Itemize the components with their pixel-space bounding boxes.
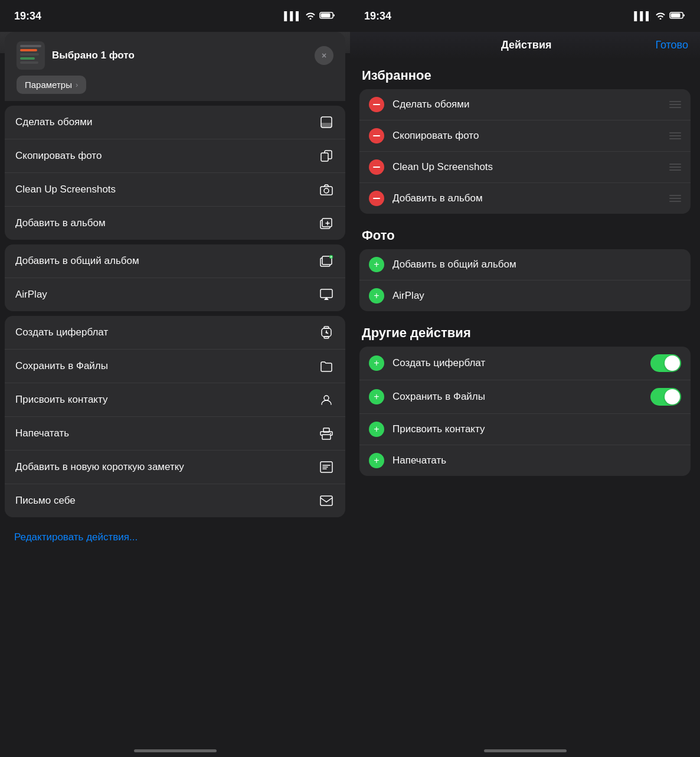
header-left: Выбрано 1 фото	[17, 41, 135, 70]
close-icon: ×	[322, 51, 326, 60]
svg-rect-16	[324, 337, 329, 338]
right-item-left: Clean Up Screenshots	[369, 159, 493, 175]
right-item-wallpaper[interactable]: Сделать обоями	[359, 89, 691, 120]
toggle-knob	[665, 355, 680, 371]
minus-button[interactable]	[369, 97, 384, 112]
svg-rect-13	[320, 289, 332, 298]
minus-button[interactable]	[369, 191, 384, 206]
action-item-copy-photo[interactable]: Скопировать фото	[5, 139, 345, 173]
plus-button[interactable]: +	[369, 422, 384, 437]
svg-rect-9	[322, 218, 332, 227]
svg-rect-25	[671, 13, 681, 17]
plus-button[interactable]: +	[369, 355, 384, 371]
airplay-icon	[318, 286, 335, 303]
action-list: Сделать обоями Скопировать фото	[5, 106, 345, 517]
edit-actions-link[interactable]: Редактировать действия...	[0, 522, 350, 553]
drag-handle[interactable]	[669, 132, 681, 139]
item-label: Сохранить в Файлы	[392, 391, 485, 403]
plus-button[interactable]: +	[369, 257, 384, 272]
right-item-copy-photo[interactable]: Скопировать фото	[359, 120, 691, 152]
action-label: Сохранить в Файлы	[15, 360, 108, 372]
drag-handle[interactable]	[669, 101, 681, 108]
svg-point-7	[324, 188, 329, 193]
svg-rect-6	[320, 187, 332, 195]
action-item-airplay[interactable]: AirPlay	[5, 278, 345, 311]
print-icon	[318, 425, 335, 442]
svg-rect-23	[320, 496, 332, 505]
action-group-2: Добавить в общий альбом AirPlay	[5, 244, 345, 311]
action-item-watchface[interactable]: Создать циферблат	[5, 316, 345, 350]
minus-button[interactable]	[369, 159, 384, 175]
action-item-save-files[interactable]: Сохранить в Файлы	[5, 350, 345, 383]
toggle-watchface[interactable]	[650, 354, 681, 372]
item-label: Clean Up Screenshots	[392, 161, 493, 173]
plus-button[interactable]: +	[369, 288, 384, 304]
svg-rect-3	[321, 123, 332, 128]
drag-handle[interactable]	[669, 195, 681, 202]
header-top: Выбрано 1 фото ×	[17, 41, 333, 70]
right-item-save-files[interactable]: + Сохранить в Файлы	[359, 380, 691, 414]
svg-point-21	[330, 433, 331, 434]
home-indicator	[134, 749, 217, 752]
action-item-note[interactable]: Добавить в новую короткую заметку	[5, 451, 345, 484]
done-button[interactable]: Готово	[655, 39, 688, 51]
params-button[interactable]: Параметры ›	[17, 76, 86, 94]
action-item-add-album[interactable]: Добавить в альбом	[5, 207, 345, 240]
battery-icon	[319, 11, 336, 21]
right-item-left: Сделать обоями	[369, 97, 470, 112]
plus-button[interactable]: +	[369, 453, 384, 468]
minus-icon	[373, 135, 380, 136]
right-item-print[interactable]: + Напечатать	[359, 445, 691, 476]
svg-rect-5	[321, 153, 328, 161]
action-item-print[interactable]: Напечатать	[5, 417, 345, 451]
other-group: + Создать циферблат + Сохранить в Файлы	[359, 347, 691, 476]
files-icon	[318, 358, 335, 374]
right-status-icons: ▌▌▌	[634, 11, 686, 21]
right-item-airplay[interactable]: + AirPlay	[359, 280, 691, 311]
right-item-add-album[interactable]: Добавить в альбом	[359, 183, 691, 214]
action-item-wallpaper[interactable]: Сделать обоями	[5, 106, 345, 139]
action-label: Письмо себе	[15, 495, 76, 507]
right-item-cleanup[interactable]: Clean Up Screenshots	[359, 152, 691, 183]
right-item-left: + Напечатать	[369, 453, 446, 468]
wifi-icon	[655, 11, 666, 21]
right-item-left: + AirPlay	[369, 288, 424, 304]
right-item-left: Скопировать фото	[369, 128, 479, 143]
note-icon	[318, 459, 335, 475]
action-label: Скопировать фото	[15, 150, 102, 162]
action-group-1: Сделать обоями Скопировать фото	[5, 106, 345, 240]
action-label: Создать циферблат	[15, 327, 108, 338]
wallpaper-icon	[318, 114, 335, 130]
left-status-icons: ▌▌▌	[284, 11, 336, 21]
close-button[interactable]: ×	[315, 46, 333, 65]
section-title-photos: Фото	[359, 221, 691, 249]
action-item-contact[interactable]: Присвоить контакту	[5, 383, 345, 417]
action-label: Напечатать	[15, 428, 69, 439]
signal-icon: ▌▌▌	[634, 11, 652, 21]
right-panel: 19:34 ▌▌▌ Действи	[350, 0, 700, 757]
minus-button[interactable]	[369, 128, 384, 143]
drag-handle[interactable]	[669, 164, 681, 171]
watchface-icon	[318, 324, 335, 341]
action-item-mail[interactable]: Письмо себе	[5, 484, 345, 517]
plus-icon: +	[374, 425, 379, 434]
edit-link-text: Редактировать действия...	[14, 531, 138, 543]
action-group-3: Создать циферблат Сохранить в Файл	[5, 316, 345, 517]
svg-rect-19	[322, 435, 331, 439]
right-item-watchface[interactable]: + Создать циферблат	[359, 347, 691, 380]
action-label: Clean Up Screenshots	[15, 184, 116, 195]
photos-group: + Добавить в общий альбом + AirPlay	[359, 249, 691, 311]
right-item-contact[interactable]: + Присвоить контакту	[359, 414, 691, 445]
action-label: Присвоить контакту	[15, 394, 107, 406]
plus-button[interactable]: +	[369, 389, 384, 404]
chevron-right-icon: ›	[76, 80, 78, 89]
left-panel: 19:34 ▌▌▌	[0, 0, 350, 757]
action-item-shared-album[interactable]: Добавить в общий альбом	[5, 244, 345, 278]
item-label: Создать циферблат	[392, 357, 485, 369]
action-label: AirPlay	[15, 289, 47, 301]
right-item-shared-album[interactable]: + Добавить в общий альбом	[359, 249, 691, 280]
action-item-cleanup[interactable]: Clean Up Screenshots	[5, 173, 345, 207]
item-label: Скопировать фото	[392, 130, 479, 142]
toggle-save-files[interactable]	[650, 388, 681, 406]
right-time: 19:34	[364, 10, 391, 22]
